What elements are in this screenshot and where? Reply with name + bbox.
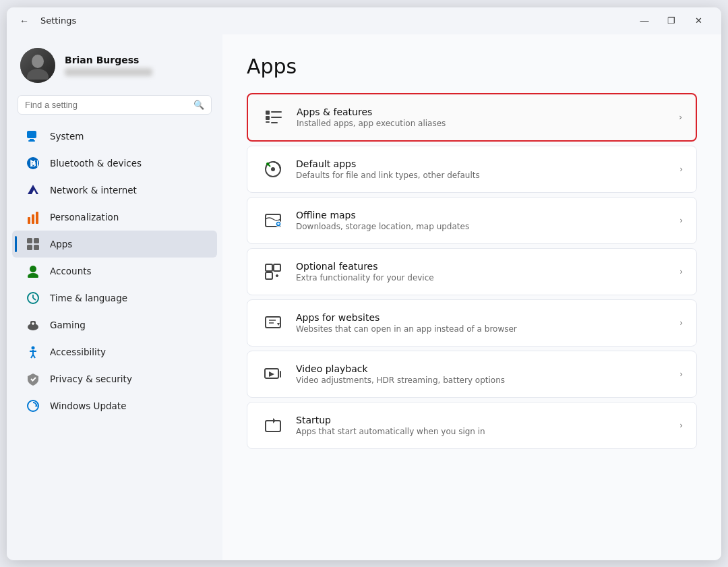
svg-rect-2 — [27, 131, 36, 138]
chevron-icon: › — [679, 421, 683, 430]
default-apps-text: Default apps Defaults for file and link … — [296, 158, 679, 180]
offline-maps-icon — [261, 208, 285, 233]
apps-websites-text: Apps for websites Websites that can open… — [296, 312, 679, 334]
svg-rect-48 — [266, 272, 272, 279]
svg-point-1 — [27, 69, 49, 80]
sidebar-item-label: Time & language — [50, 293, 127, 303]
chevron-icon: › — [679, 318, 683, 328]
sidebar-item-network[interactable]: ▲ Network & internet — [12, 177, 217, 204]
close-button[interactable]: ✕ — [686, 11, 710, 30]
gaming-icon — [26, 318, 40, 332]
settings-item-default-apps[interactable]: Default apps Defaults for file and link … — [247, 146, 697, 193]
window-controls: — ❐ ✕ — [632, 11, 710, 30]
sidebar-item-system[interactable]: System — [12, 123, 217, 150]
apps-websites-title: Apps for websites — [296, 312, 679, 323]
chevron-icon: › — [679, 267, 683, 276]
settings-item-optional-features[interactable]: Optional features Extra functionality fo… — [247, 248, 697, 295]
sidebar-item-bluetooth[interactable]: Bluetooth; Bluetooth & devices — [12, 150, 217, 177]
svg-rect-34 — [266, 121, 270, 123]
search-input[interactable] — [25, 100, 188, 110]
user-info: Brian Burgess — [65, 55, 152, 76]
startup-title: Startup — [296, 415, 679, 425]
svg-rect-10 — [32, 214, 34, 224]
video-playback-icon — [261, 362, 285, 386]
svg-point-16 — [30, 266, 36, 272]
chevron-icon: › — [679, 369, 683, 379]
svg-rect-37 — [271, 122, 278, 123]
sidebar-item-label: Network & internet — [50, 185, 137, 196]
avatar — [20, 48, 55, 83]
svg-rect-13 — [34, 238, 39, 243]
default-apps-desc: Defaults for file and link types, other … — [296, 171, 679, 180]
svg-rect-4 — [28, 140, 35, 142]
system-icon — [26, 129, 40, 144]
minimize-button[interactable]: — — [632, 11, 657, 30]
back-button[interactable]: ← — [15, 11, 34, 30]
sidebar-item-personalization[interactable]: Personalization — [12, 204, 217, 231]
update-icon — [26, 398, 40, 413]
offline-maps-text: Offline maps Downloads, storage location… — [296, 210, 679, 231]
settings-list: Apps & features Installed apps, app exec… — [247, 93, 697, 449]
maximize-button[interactable]: ❐ — [659, 11, 684, 30]
sidebar: Brian Burgess 🔍 — [7, 34, 222, 560]
chevron-icon: › — [679, 216, 683, 225]
titlebar: ← Settings — ❐ ✕ — [7, 7, 721, 34]
optional-features-icon — [261, 260, 285, 284]
video-playback-text: Video playback Video adjustments, HDR st… — [296, 363, 679, 385]
sidebar-item-label: Bluetooth & devices — [50, 158, 142, 169]
sidebar-item-update[interactable]: Windows Update — [12, 392, 217, 419]
sidebar-item-accessibility[interactable]: Accessibility — [12, 338, 217, 365]
svg-point-25 — [32, 346, 35, 349]
sidebar-item-accounts[interactable]: Accounts — [12, 258, 217, 285]
sidebar-item-label: Windows Update — [50, 400, 126, 411]
settings-item-startup[interactable]: Startup Apps that start automatically wh… — [247, 402, 697, 449]
sidebar-item-privacy[interactable]: Privacy & security — [12, 365, 217, 392]
settings-item-video-playback[interactable]: Video playback Video adjustments, HDR st… — [247, 351, 697, 398]
main-content: Apps Apps & — [222, 34, 721, 560]
settings-item-apps-websites[interactable]: Apps for websites Websites that can open… — [247, 299, 697, 347]
svg-point-0 — [32, 55, 44, 68]
settings-item-offline-maps[interactable]: Offline maps Downloads, storage location… — [247, 197, 697, 244]
apps-websites-icon — [261, 311, 285, 335]
network-icon: ▲ — [26, 183, 40, 198]
optional-features-title: Optional features — [296, 261, 679, 272]
apps-features-desc: Installed apps, app execution aliases — [297, 119, 679, 128]
sidebar-item-label: Accessibility — [50, 347, 106, 357]
svg-point-39 — [271, 167, 275, 171]
sidebar-item-label: Gaming — [50, 320, 86, 330]
video-playback-desc: Video adjustments, HDR streaming, batter… — [296, 376, 679, 385]
settings-item-apps-features[interactable]: Apps & features Installed apps, app exec… — [247, 93, 697, 142]
video-playback-title: Video playback — [296, 363, 679, 374]
window-title: Settings — [40, 16, 76, 26]
sidebar-item-gaming[interactable]: Gaming — [12, 311, 217, 338]
search-box[interactable]: 🔍 — [18, 95, 212, 115]
privacy-icon — [26, 371, 40, 386]
svg-rect-46 — [266, 264, 272, 271]
optional-features-text: Optional features Extra functionality fo… — [296, 261, 679, 282]
svg-rect-15 — [34, 245, 39, 250]
page-title: Apps — [247, 55, 697, 78]
apps-features-text: Apps & features Installed apps, app exec… — [297, 107, 679, 128]
svg-rect-11 — [36, 212, 38, 224]
apps-websites-desc: Websites that can open in an app instead… — [296, 324, 679, 334]
user-name: Brian Burgess — [65, 55, 152, 65]
startup-icon — [261, 413, 285, 438]
svg-point-17 — [28, 273, 38, 278]
svg-rect-32 — [266, 111, 270, 115]
startup-text: Startup Apps that start automatically wh… — [296, 415, 679, 436]
svg-point-41 — [266, 162, 269, 165]
chevron-icon: › — [679, 113, 682, 122]
svg-text:▲: ▲ — [32, 188, 36, 195]
offline-maps-title: Offline maps — [296, 210, 679, 220]
sidebar-item-apps[interactable]: Apps — [12, 231, 217, 258]
startup-desc: Apps that start automatically when you s… — [296, 427, 679, 436]
sidebar-item-time[interactable]: Time & language — [12, 285, 217, 311]
svg-rect-36 — [271, 117, 282, 118]
user-email — [65, 68, 152, 76]
sidebar-item-label: Personalization — [50, 212, 119, 222]
svg-rect-35 — [271, 111, 282, 113]
apps-features-title: Apps & features — [297, 107, 679, 117]
default-apps-icon — [261, 157, 285, 181]
sidebar-item-label: Accounts — [50, 266, 92, 276]
bluetooth-icon: Bluetooth; — [26, 156, 40, 171]
